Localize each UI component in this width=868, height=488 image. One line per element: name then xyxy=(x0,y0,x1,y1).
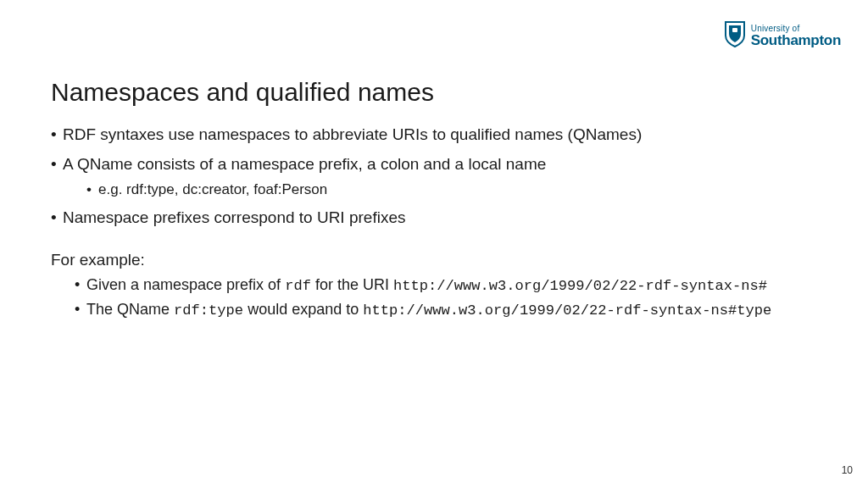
slide-content: Namespaces and qualified names RDF synta… xyxy=(51,78,817,323)
text: The QName xyxy=(86,301,174,318)
logo-line1: University of xyxy=(751,25,841,33)
example-label: For example: xyxy=(51,251,817,269)
bullet-text: A QName consists of a namespace prefix, … xyxy=(63,155,546,173)
page-number: 10 xyxy=(842,464,853,476)
text: Given a namespace prefix of xyxy=(86,276,285,293)
bullet-item: Namespace prefixes correspond to URI pre… xyxy=(51,205,817,230)
main-bullet-list: RDF syntaxes use namespaces to abbreviat… xyxy=(51,122,817,230)
bullet-item: RDF syntaxes use namespaces to abbreviat… xyxy=(51,122,817,147)
example-list: Given a namespace prefix of rdf for the … xyxy=(51,273,817,323)
code: http://www.w3.org/1999/02/22-rdf-syntax-… xyxy=(393,278,767,294)
logo-line2: Southampton xyxy=(751,33,841,47)
text: for the URI xyxy=(311,276,393,293)
university-logo: University of Southampton xyxy=(724,20,841,51)
code: http://www.w3.org/1999/02/22-rdf-syntax-… xyxy=(363,302,771,319)
code: rdf:type xyxy=(174,302,243,319)
shield-icon xyxy=(724,20,746,51)
example-item: Given a namespace prefix of rdf for the … xyxy=(75,273,817,297)
code: rdf xyxy=(285,278,311,294)
svg-rect-0 xyxy=(732,28,737,32)
sub-bullet-item: e.g. rdf:type, dc:creator, foaf:Person xyxy=(86,179,817,201)
sub-bullet-list: e.g. rdf:type, dc:creator, foaf:Person xyxy=(63,179,817,201)
slide-title: Namespaces and qualified names xyxy=(51,78,817,107)
text: would expand to xyxy=(243,301,363,318)
example-item: The QName rdf:type would expand to http:… xyxy=(75,297,817,322)
bullet-item: A QName consists of a namespace prefix, … xyxy=(51,152,817,200)
logo-text: University of Southampton xyxy=(751,25,841,47)
